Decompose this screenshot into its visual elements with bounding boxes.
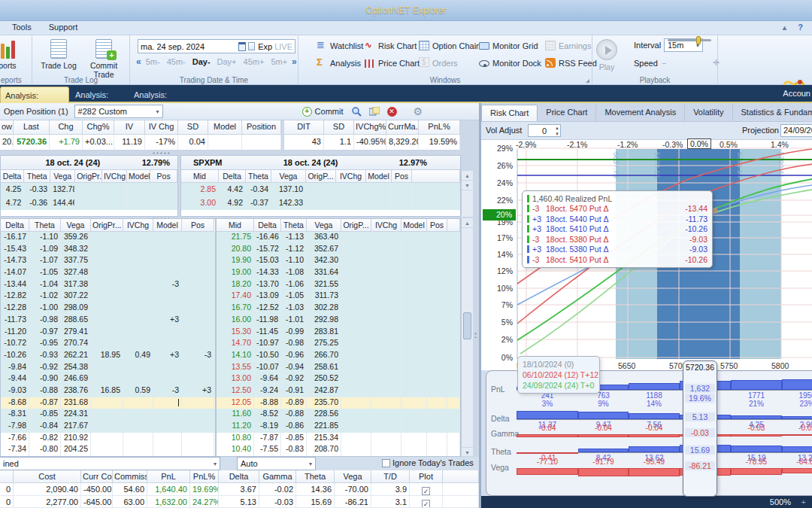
chain-cell[interactable]: [91, 291, 123, 303]
chain-cell[interactable]: -9.03: [1, 385, 29, 397]
chain-row[interactable]: 19.90-15.03-1.10342.30: [217, 255, 460, 267]
chain-cell[interactable]: [123, 327, 153, 339]
chain-cell[interactable]: 204.25: [61, 444, 91, 456]
chain-cell[interactable]: [306, 183, 336, 196]
chain-cell[interactable]: [153, 433, 182, 445]
chain-row[interactable]: -13.44-1.04317.38-3: [1, 279, 215, 291]
chain-cell[interactable]: 327.48: [61, 267, 91, 279]
chain-cell[interactable]: +3: [153, 350, 182, 362]
chain-cell[interactable]: 359.26: [61, 232, 91, 244]
chain-cell[interactable]: [153, 409, 182, 421]
chain-cell[interactable]: 288.65: [61, 315, 91, 327]
chain-cell[interactable]: 11.60: [217, 409, 254, 421]
chain-cell[interactable]: [401, 433, 427, 445]
chain-cell[interactable]: [392, 183, 412, 196]
chain-row[interactable]: 12.50-9.24-0.91242.87: [217, 385, 460, 397]
chain-row[interactable]: -9.84-0.92254.38: [1, 362, 215, 374]
chain-row[interactable]: 19.00-14.33-1.08331.64: [217, 267, 460, 279]
trade-log-button[interactable]: Trade Log: [35, 39, 82, 70]
chain-cell[interactable]: [447, 373, 460, 385]
chain-cell[interactable]: 142.33: [271, 196, 306, 210]
chain-cell[interactable]: 215.34: [307, 433, 341, 445]
position-selector[interactable]: #282 Custom▾: [74, 105, 163, 118]
chain-cell[interactable]: [427, 397, 447, 409]
chain-cell[interactable]: [447, 303, 460, 315]
chain-cell[interactable]: [182, 409, 214, 421]
search-button[interactable]: [351, 106, 362, 117]
chain-cell[interactable]: [341, 397, 371, 409]
chain-cell[interactable]: 16.85: [91, 385, 123, 397]
chain-cell[interactable]: [401, 327, 427, 339]
chain-cell[interactable]: [447, 338, 460, 350]
chain-cell[interactable]: [91, 338, 123, 350]
chain-cell[interactable]: [182, 433, 214, 445]
chain-cell[interactable]: [401, 255, 427, 267]
chain-row[interactable]: -8.68-0.87231.68: [1, 397, 215, 409]
chain-row[interactable]: -12.28-1.00298.09: [1, 303, 215, 315]
chain-row[interactable]: 4.25-0.33132.78: [1, 183, 177, 196]
chain-cell[interactable]: 352.67: [307, 244, 341, 256]
chain-cell[interactable]: -1.08: [281, 267, 307, 279]
chain-row[interactable]: 14.70-10.97-0.98275.25: [217, 338, 460, 350]
chain-cell[interactable]: -0.88: [29, 385, 61, 397]
chain-cell[interactable]: [127, 183, 150, 196]
chain-cell[interactable]: -9.84: [1, 362, 29, 374]
chain-row[interactable]: -15.43-1.09348.32: [1, 244, 215, 256]
chain-cell[interactable]: 14.70: [217, 338, 254, 350]
chain-cell[interactable]: 18.95: [91, 350, 123, 362]
menu-tools[interactable]: Tools: [5, 21, 39, 33]
chain-cell[interactable]: [401, 350, 427, 362]
exp-label[interactable]: Exp: [258, 42, 272, 51]
chain-cell[interactable]: -7.66: [1, 433, 29, 445]
chain-row[interactable]: 20.80-15.72-1.12352.67: [217, 244, 460, 256]
spinner-arrows-icon[interactable]: ▲▼: [555, 125, 559, 137]
chain-row[interactable]: 2.854.42-0.34137.10: [181, 183, 460, 196]
chain-cell[interactable]: [341, 232, 371, 244]
chain-cell[interactable]: [127, 196, 150, 210]
chain-cell[interactable]: -11.45: [254, 327, 281, 339]
windows-button-monitor-dock[interactable]: Monitor Dock: [479, 57, 545, 68]
chain-cell[interactable]: -10.26: [1, 350, 29, 362]
chain-cell[interactable]: -0.36: [24, 196, 50, 210]
nav-45mm[interactable]: 45m-: [167, 57, 186, 66]
chain-cell[interactable]: -10.97: [254, 338, 281, 350]
chain-cell[interactable]: 283.81: [307, 327, 341, 339]
chain-cell[interactable]: [447, 444, 460, 456]
chain-cell[interactable]: -8.31: [1, 409, 29, 421]
chain-cell[interactable]: [401, 279, 427, 291]
chain-cell[interactable]: -13.44: [1, 279, 29, 291]
chain-cell[interactable]: [371, 327, 401, 339]
chain-row[interactable]: 4.72-0.36144.46: [1, 196, 177, 210]
chain-cell[interactable]: -1.05: [281, 291, 307, 303]
chain-cell[interactable]: [182, 421, 214, 433]
chain-row[interactable]: -11.73-0.98288.65+3: [1, 315, 215, 327]
chain-cell[interactable]: -8.52: [254, 409, 281, 421]
chain-row[interactable]: 13.00-9.64-0.92250.52: [217, 373, 460, 385]
chain-cell[interactable]: 275.25: [307, 338, 341, 350]
chain-cell[interactable]: -16.17: [1, 232, 29, 244]
chain-cell[interactable]: [371, 315, 401, 327]
chain-cell[interactable]: -3: [182, 350, 214, 362]
chain-cell[interactable]: [371, 362, 401, 374]
chain-cell[interactable]: [447, 255, 460, 267]
chain-row[interactable]: -10.72-0.95270.74: [1, 338, 215, 350]
chain-cell[interactable]: [123, 373, 153, 385]
scroll-up-icon[interactable]: ▲: [462, 218, 473, 228]
live-label[interactable]: LIVE: [274, 42, 292, 51]
chain-cell[interactable]: -7.98: [1, 421, 29, 433]
chain-cell[interactable]: 224.31: [61, 409, 91, 421]
chain-cell[interactable]: [123, 291, 153, 303]
chain-cell[interactable]: -0.37: [246, 196, 271, 210]
chain-cell[interactable]: -10.50: [254, 350, 281, 362]
chain-cell[interactable]: 298.09: [61, 303, 91, 315]
chain-row[interactable]: 16.00-11.98-1.01292.98: [217, 315, 460, 327]
chain-cell[interactable]: [447, 409, 460, 421]
chain-cell[interactable]: 321.55: [307, 279, 341, 291]
chain-cell[interactable]: 342.30: [307, 255, 341, 267]
chain-cell[interactable]: [427, 255, 447, 267]
chain-cell[interactable]: -3: [153, 279, 182, 291]
chain-cell[interactable]: [123, 255, 153, 267]
chain-cell[interactable]: [371, 409, 401, 421]
chain-cell[interactable]: -0.94: [281, 362, 307, 374]
windows-button-watchlist[interactable]: Watchlist: [317, 40, 365, 51]
